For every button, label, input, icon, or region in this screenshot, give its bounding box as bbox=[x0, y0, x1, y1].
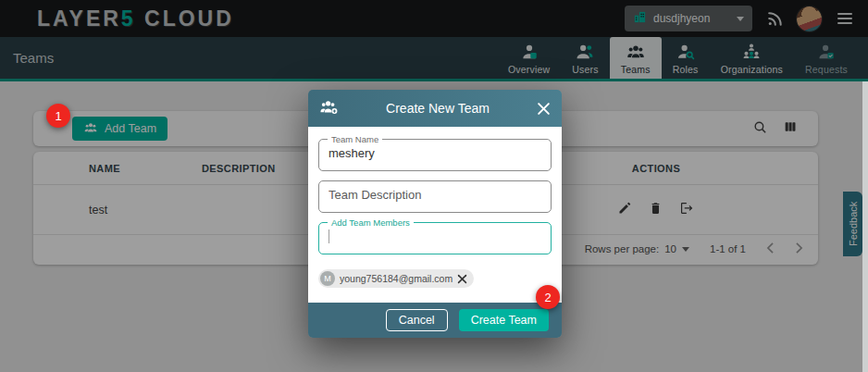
modal-body: Team Name Add Team Members M young756184… bbox=[308, 127, 562, 303]
add-team-members-label: Add Team Members bbox=[328, 217, 414, 228]
create-team-button[interactable]: Create Team bbox=[459, 309, 549, 331]
create-team-modal: Create New Team Team Name Add Team Membe… bbox=[308, 90, 562, 338]
team-description-field[interactable] bbox=[318, 180, 552, 213]
chip-remove-icon[interactable] bbox=[457, 274, 467, 284]
modal-header: Create New Team bbox=[308, 90, 562, 127]
member-chips: M young756184@gmail.com bbox=[318, 268, 552, 288]
modal-footer: Cancel Create Team bbox=[308, 303, 562, 338]
add-team-members-field[interactable]: Add Team Members bbox=[318, 222, 552, 254]
close-icon[interactable] bbox=[537, 102, 551, 116]
app-window: LAYER5 CLOUD dusdjhyeon Teams bbox=[0, 0, 868, 372]
cancel-button[interactable]: Cancel bbox=[386, 309, 448, 331]
text-cursor bbox=[329, 229, 329, 243]
group-add-icon bbox=[319, 97, 339, 120]
chip-avatar: M bbox=[320, 271, 335, 286]
team-name-field[interactable]: Team Name bbox=[318, 139, 552, 171]
team-name-label: Team Name bbox=[328, 134, 382, 144]
team-name-input[interactable] bbox=[329, 146, 541, 160]
tutorial-step-1-badge[interactable]: 1 bbox=[46, 104, 70, 128]
member-chip[interactable]: M young756184@gmail.com bbox=[318, 269, 474, 288]
scrollbar[interactable] bbox=[862, 81, 868, 372]
team-description-input[interactable] bbox=[329, 188, 541, 202]
tutorial-step-2-badge[interactable]: 2 bbox=[536, 285, 560, 309]
modal-title: Create New Team bbox=[339, 101, 537, 116]
chip-email: young756184@gmail.com bbox=[340, 273, 453, 284]
